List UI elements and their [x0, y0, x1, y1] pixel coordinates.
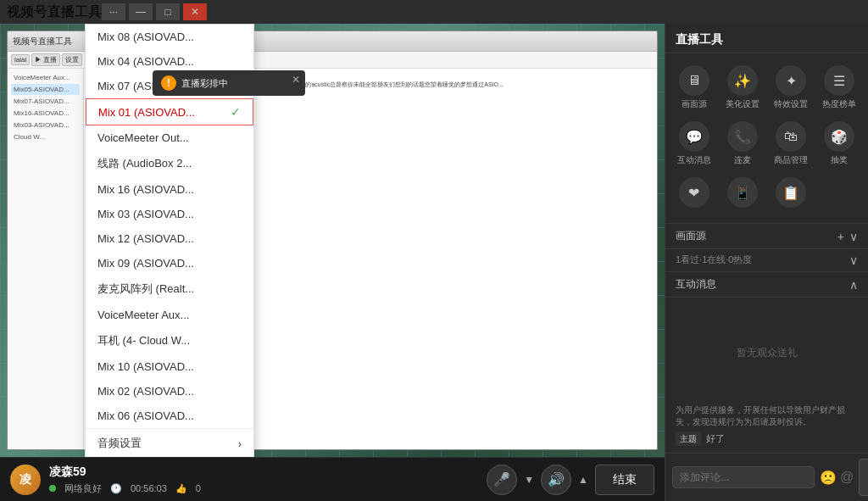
nested-sidebar-item-4: Mix16-ASIOVAD...: [11, 108, 80, 119]
stats-text: 1看过·1在线·0热度: [676, 254, 752, 264]
notification-popup: ! 直播彩排中 ✕: [153, 70, 305, 96]
messages-chevron-icon[interactable]: ∧: [849, 278, 858, 292]
notif-icon: !: [161, 75, 176, 91]
dropdown-item-mix03[interactable]: Mix 03 (ASIOVAD...: [86, 202, 253, 226]
dropdown-item-voicemeeter-aux[interactable]: VoiceMeeter Aux...: [86, 303, 253, 327]
preview-bottombar: 凌 凌森59 网络良好 🕐 00:56:03 👍 0 🎤 ▼ 🔊 ▲: [0, 457, 665, 501]
dropdown-item-mix02[interactable]: Mix 02 (ASIOVAD...: [86, 379, 253, 404]
dropdown-item-earphone-cloud-label: 耳机 (4- Cloud W...: [97, 333, 190, 348]
nested-toolbar-btn-2[interactable]: ▶ 直播: [31, 53, 60, 66]
notif-text: 直播彩排中: [181, 77, 228, 90]
toolbar-hotrank[interactable]: ☰ 热度榜单: [816, 60, 863, 114]
speaker-arrow-icon[interactable]: ▲: [578, 474, 588, 486]
send-btn[interactable]: 发送: [859, 459, 868, 496]
connect-label: 连麦: [734, 155, 751, 165]
clipboard-icon: 📋: [776, 177, 806, 208]
main-container: 视频号直播工具 lalal ▶ 直播 设置 VoiceMeeter Aux...…: [0, 24, 868, 501]
titlebar-controls: ··· — □ ✕: [102, 3, 207, 20]
maximize-btn[interactable]: □: [156, 3, 180, 20]
more-btn[interactable]: ···: [102, 3, 125, 20]
dropdown-item-mix16[interactable]: Mix 16 (ASIOVAD...: [86, 177, 253, 202]
toolbar-clipboard[interactable]: 📋: [768, 172, 815, 216]
preview-area: 视频号直播工具 lalal ▶ 直播 设置 VoiceMeeter Aux...…: [0, 24, 665, 501]
dropdown-item-mic-array[interactable]: 麦克风阵列 (Realt...: [86, 276, 253, 303]
toolbar-phone[interactable]: 📱: [719, 172, 765, 216]
at-icon[interactable]: @: [840, 470, 854, 486]
close-btn[interactable]: ✕: [183, 3, 207, 20]
check-mark-icon: ✓: [231, 105, 241, 119]
comment-input[interactable]: [672, 466, 815, 488]
comment-icons: 🙁 @: [820, 470, 854, 486]
connect-icon: 📞: [727, 121, 758, 152]
nested-toolbar-btn-3[interactable]: 设置: [62, 53, 82, 66]
warning-text: 为用户提供服务，开展任何以导致用户财产损失，发现违规行为为后请及时投诉。: [676, 405, 845, 426]
toolbar-beauty[interactable]: ✨ 美化设置: [719, 60, 765, 114]
beauty-label: 美化设置: [726, 99, 760, 109]
nested-title-text: 视频号直播工具: [13, 36, 72, 47]
toolbar-lottery[interactable]: 🎲 抽奖: [816, 116, 863, 170]
toolbar-connect[interactable]: 📞 连麦: [719, 116, 765, 170]
dropdown-item-voicemeeter-aux-label: VoiceMeeter Aux...: [97, 309, 189, 321]
preview-screenshot: 视频号直播工具 lalal ▶ 直播 设置 VoiceMeeter Aux...…: [0, 24, 665, 457]
message-tag: 主题: [676, 431, 701, 446]
dropdown-item-voicemeeter-out[interactable]: VoiceMeeter Out...: [86, 125, 253, 150]
toolbar-screen-source[interactable]: 🖥 画面源: [670, 60, 717, 114]
add-icon[interactable]: +: [837, 230, 844, 243]
end-stream-btn[interactable]: 结束: [595, 465, 654, 495]
dropdown-item-mix12-label: Mix 12 (ASIOVAD...: [97, 232, 194, 245]
dropdown-item-mix08-label: Mix 08 (ASIOVAD...: [97, 31, 194, 43]
nested-sidebar-item-2: Mix05-ASIOVAD...: [11, 84, 80, 95]
right-panel: 直播工具 🖥 画面源 ✨ 美化设置 ✦ 特效设置 ☰ 热度榜单 💬 互动消息: [665, 24, 868, 501]
network-status: 网络良好: [64, 482, 102, 495]
titlebar: 视频号直播工具 ··· — □ ✕: [0, 0, 868, 24]
notif-close-btn[interactable]: ✕: [292, 74, 300, 86]
nested-toolbar-btn-1[interactable]: lalal: [11, 54, 30, 65]
user-info: 凌森59 网络良好 🕐 00:56:03 👍 0: [49, 465, 201, 495]
thumb-icon: 👍: [175, 483, 187, 494]
toolbar-icons: 🖥 画面源 ✨ 美化设置 ✦ 特效设置 ☰ 热度榜单 💬 互动消息 📞 连麦: [665, 53, 868, 224]
user-stats: 网络良好 🕐 00:56:03 👍 0: [49, 482, 201, 495]
nested-sidebar-item-1: VoiceMeeter Aux...: [11, 72, 80, 83]
toolbar-goods[interactable]: 🛍 商品管理: [768, 116, 815, 170]
message-text: 好了: [706, 433, 725, 443]
dropdown-item-mix10[interactable]: Mix 10 (ASIOVAD...: [86, 354, 253, 379]
chevron-down-icon[interactable]: ∨: [849, 230, 858, 243]
mic-arrow-icon[interactable]: ▼: [524, 474, 534, 486]
dropdown-item-mix06[interactable]: Mix 06 (ASIOVAD...: [86, 404, 253, 428]
chevron-right-icon: ›: [238, 437, 242, 450]
beauty-icon: ✨: [727, 65, 758, 96]
emoji-icon[interactable]: 🙁: [820, 470, 837, 486]
right-panel-title: 直播工具: [676, 32, 723, 46]
dropdown-item-mix01[interactable]: Mix 01 (ASIOVAD... ✓: [86, 98, 253, 125]
dropdown-item-audioline-label: 线路 (AudioBox 2...: [97, 156, 192, 171]
dropdown-item-audioline[interactable]: 线路 (AudioBox 2...: [86, 150, 253, 177]
speaker-btn[interactable]: 🔊: [541, 465, 571, 495]
interaction-icon: 💬: [679, 121, 709, 152]
preview-content: 视频号直播工具 lalal ▶ 直播 设置 VoiceMeeter Aux...…: [0, 24, 665, 457]
dropdown-item-earphone-cloud[interactable]: 耳机 (4- Cloud W...: [86, 327, 253, 354]
nested-sidebar: VoiceMeeter Aux... Mix05-ASIOVAD... Mix0…: [8, 69, 84, 449]
dropdown-item-mix08[interactable]: Mix 08 (ASIOVAD...: [86, 25, 253, 49]
dropdown-item-mix09[interactable]: Mix 09 (ASIOVAD...: [86, 251, 253, 276]
screen-source-section: 画面源 + ∨: [665, 224, 868, 249]
messages-section: 互动消息 ∧ 暂无观众送礼 为用户提供服务，开展任何以导致用户财产损失，发现违规…: [665, 272, 868, 453]
goods-label: 商品管理: [774, 155, 808, 165]
user-avatar: 凌: [10, 465, 41, 495]
toolbar-interaction[interactable]: 💬 互动消息: [670, 116, 717, 170]
interaction-label: 互动消息: [677, 155, 711, 165]
screen-source-icon: 🖥: [679, 65, 709, 96]
hotrank-icon: ☰: [824, 65, 854, 96]
audio-settings-footer[interactable]: 音频设置 ›: [86, 428, 253, 457]
username: 凌森59: [49, 465, 201, 480]
nested-sidebar-item-5: Mix03-ASIOVAD...: [11, 120, 80, 131]
dropdown-item-mix12[interactable]: Mix 12 (ASIOVAD...: [86, 226, 253, 251]
bottom-controls: 🎤 ▼ 🔊 ▲ 结束: [487, 465, 654, 495]
avatar-text: 凌: [19, 472, 31, 487]
dropdown-item-mic-array-label: 麦克风阵列 (Realt...: [97, 281, 194, 297]
mic-btn[interactable]: 🎤: [487, 465, 517, 495]
minimize-btn[interactable]: —: [129, 3, 153, 20]
screen-source-controls: + ∨: [837, 230, 858, 243]
toolbar-effects[interactable]: ✦ 特效设置: [768, 60, 815, 114]
toolbar-heart[interactable]: ❤: [670, 172, 717, 216]
stats-chevron-icon[interactable]: ∨: [849, 253, 858, 267]
